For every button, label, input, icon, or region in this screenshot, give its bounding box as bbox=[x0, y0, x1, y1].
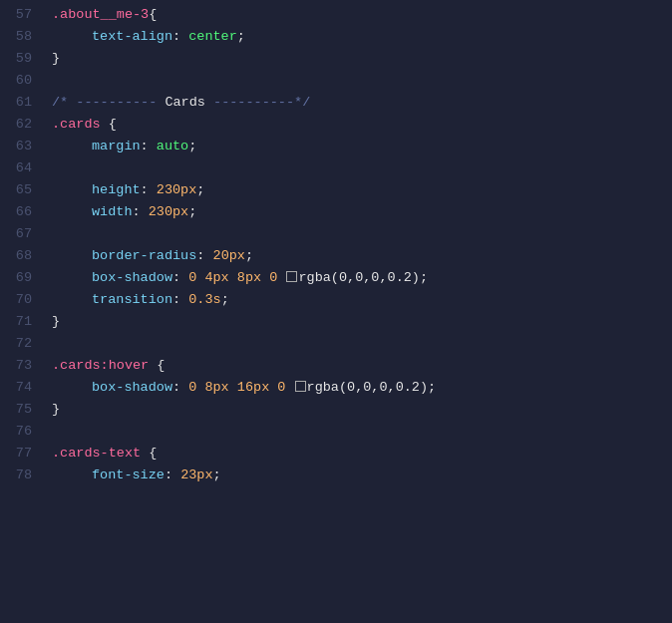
indent bbox=[52, 380, 92, 395]
token-value-green: center bbox=[188, 29, 237, 44]
token-property: box-shadow bbox=[92, 270, 172, 285]
token-value-orange: 23px bbox=[180, 467, 212, 482]
line-content: text-align: center; bbox=[48, 26, 672, 48]
token-brace: { bbox=[101, 117, 117, 132]
token-semi: ; bbox=[188, 139, 196, 154]
line-content: .cards { bbox=[48, 114, 672, 136]
line-number: 78 bbox=[0, 465, 48, 486]
indent bbox=[52, 270, 92, 285]
indent bbox=[52, 29, 92, 44]
code-line: 72 bbox=[0, 333, 672, 355]
code-line: 76 bbox=[0, 421, 672, 443]
line-content: .cards-text { bbox=[48, 443, 672, 465]
code-line: 62.cards { bbox=[0, 114, 672, 136]
token-semi: ; bbox=[213, 467, 221, 482]
line-number: 77 bbox=[0, 443, 48, 465]
indent bbox=[52, 292, 92, 307]
line-number: 74 bbox=[0, 377, 48, 399]
line-number: 68 bbox=[0, 245, 48, 267]
line-number: 57 bbox=[0, 4, 48, 26]
line-number: 64 bbox=[0, 157, 48, 179]
line-content: .cards:hover { bbox=[48, 355, 672, 377]
code-line: 69box-shadow: 0 4px 8px 0 rgba(0,0,0,0.2… bbox=[0, 267, 672, 289]
token-value-orange: 0 4px 8px 0 bbox=[188, 270, 285, 285]
code-line: 65height: 230px; bbox=[0, 179, 672, 201]
token-value-green: auto bbox=[157, 139, 188, 154]
color-swatch bbox=[286, 271, 297, 282]
token-value-orange: 0 8px 16px 0 bbox=[188, 380, 293, 395]
code-line: 77.cards-text { bbox=[0, 443, 672, 465]
token-property: border-radius bbox=[92, 248, 196, 263]
line-number: 60 bbox=[0, 70, 48, 92]
token-colon: : bbox=[165, 467, 180, 482]
line-content: height: 230px; bbox=[48, 179, 672, 201]
token-semi: ; bbox=[245, 248, 253, 263]
token-property: box-shadow bbox=[92, 380, 172, 395]
indent bbox=[52, 467, 92, 482]
line-content: box-shadow: 0 4px 8px 0 rgba(0,0,0,0.2); bbox=[48, 267, 672, 289]
code-line: 58text-align: center; bbox=[0, 26, 672, 48]
code-line: 60 bbox=[0, 70, 672, 92]
token-semi: ; bbox=[420, 270, 428, 285]
line-number: 76 bbox=[0, 421, 48, 443]
code-line: 73.cards:hover { bbox=[0, 355, 672, 377]
token-colon: : bbox=[141, 182, 157, 197]
token-value-orange: 0.3s bbox=[188, 292, 220, 307]
line-number: 63 bbox=[0, 136, 48, 157]
code-line: 64 bbox=[0, 157, 672, 179]
indent bbox=[52, 182, 92, 197]
token-comment-dash: ----------*/ bbox=[205, 95, 310, 110]
code-line: 66width: 230px; bbox=[0, 201, 672, 223]
token-brace: } bbox=[52, 402, 60, 417]
line-number: 70 bbox=[0, 289, 48, 311]
line-content: border-radius: 20px; bbox=[48, 245, 672, 267]
token-property: width bbox=[92, 204, 133, 219]
token-colon: : bbox=[172, 29, 188, 44]
line-number: 61 bbox=[0, 92, 48, 114]
line-number: 73 bbox=[0, 355, 48, 377]
line-number: 72 bbox=[0, 333, 48, 355]
token-property: transition bbox=[92, 292, 172, 307]
line-number: 67 bbox=[0, 223, 48, 245]
code-line: 61/* ---------- Cards ----------*/ bbox=[0, 92, 672, 114]
line-number: 69 bbox=[0, 267, 48, 289]
token-value-orange: 20px bbox=[213, 248, 245, 263]
token-value-rgba: rgba(0,0,0,0.2) bbox=[298, 270, 420, 285]
line-content: } bbox=[48, 48, 672, 70]
code-line: 67 bbox=[0, 223, 672, 245]
token-colon: : bbox=[172, 380, 188, 395]
token-semi: ; bbox=[221, 292, 229, 307]
token-brace: { bbox=[149, 7, 157, 22]
line-content: width: 230px; bbox=[48, 201, 672, 223]
token-semi: ; bbox=[428, 380, 436, 395]
token-brace: { bbox=[149, 358, 165, 373]
line-content: .about__me-3{ bbox=[48, 4, 672, 26]
line-content: font-size: 23px; bbox=[48, 465, 672, 486]
indent bbox=[52, 248, 92, 263]
token-brace: { bbox=[141, 446, 157, 461]
line-number: 62 bbox=[0, 114, 48, 136]
token-value-orange: 230px bbox=[157, 182, 197, 197]
token-comment-dash: /* ---------- bbox=[52, 95, 165, 110]
token-property: text-align bbox=[92, 29, 172, 44]
code-line: 63margin: auto; bbox=[0, 136, 672, 157]
token-selector: .cards:hover bbox=[52, 358, 149, 373]
token-brace: } bbox=[52, 314, 60, 329]
token-value-rgba: rgba(0,0,0,0.2) bbox=[307, 380, 429, 395]
token-semi: ; bbox=[237, 29, 245, 44]
token-property: font-size bbox=[92, 467, 165, 482]
token-comment-word: Cards bbox=[165, 95, 205, 110]
token-brace: } bbox=[52, 51, 60, 66]
code-line: 71} bbox=[0, 311, 672, 333]
code-line: 70transition: 0.3s; bbox=[0, 289, 672, 311]
code-line: 75} bbox=[0, 399, 672, 421]
line-number: 71 bbox=[0, 311, 48, 333]
line-content: box-shadow: 0 8px 16px 0 rgba(0,0,0,0.2)… bbox=[48, 377, 672, 399]
token-colon: : bbox=[172, 292, 188, 307]
token-semi: ; bbox=[188, 204, 196, 219]
token-selector: .cards bbox=[52, 117, 101, 132]
code-editor: 57.about__me-3{58text-align: center;59}6… bbox=[0, 0, 672, 623]
line-number: 66 bbox=[0, 201, 48, 223]
token-colon: : bbox=[133, 204, 149, 219]
code-line: 78font-size: 23px; bbox=[0, 465, 672, 486]
